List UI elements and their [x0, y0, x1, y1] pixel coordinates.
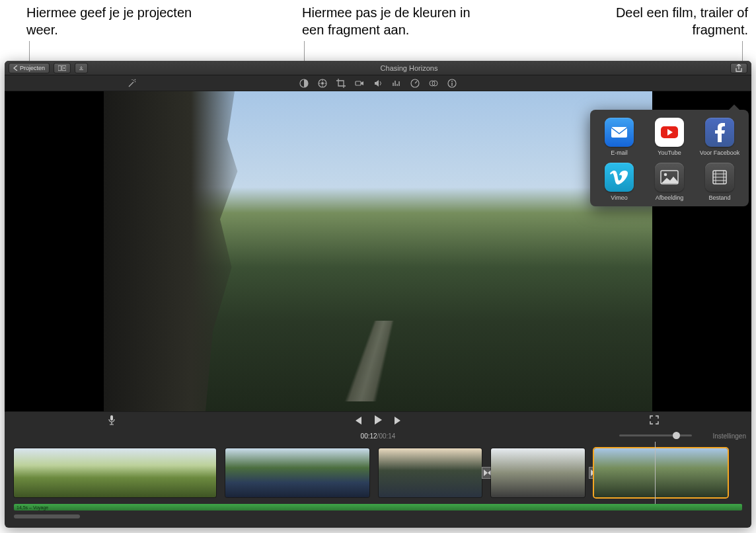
audio-track[interactable]: 14,5s – Voyage	[14, 504, 742, 511]
share-image-label: Afbeelding	[656, 194, 684, 201]
import-download-icon	[79, 65, 83, 71]
timeline-scrollbar[interactable]	[5, 513, 751, 520]
share-youtube[interactable]: YouTube	[644, 116, 695, 157]
share-youtube-label: YouTube	[658, 149, 681, 156]
projects-button-label: Projecten	[20, 65, 45, 71]
share-popover: E-mail YouTube Voor Facebook Vimeo	[590, 110, 749, 206]
playback-controls	[5, 411, 751, 430]
time-total: 00:14	[379, 432, 395, 440]
share-file-label: Bestand	[708, 194, 730, 201]
info-icon	[447, 79, 457, 88]
crop-button[interactable]	[336, 79, 346, 88]
callout-projects: Hiermee geef je je projecten weer.	[26, 4, 198, 38]
facebook-icon	[705, 118, 734, 147]
svg-rect-5	[356, 81, 361, 85]
playhead[interactable]	[655, 442, 656, 504]
play-icon	[374, 415, 382, 425]
share-icon	[735, 64, 743, 72]
annotation-callouts: Hiermee geef je je projecten weer. Hierm…	[0, 0, 756, 61]
svg-rect-11	[611, 127, 627, 138]
timeline-clip[interactable]	[379, 448, 482, 497]
share-email[interactable]: E-mail	[594, 116, 644, 157]
speed-button[interactable]	[410, 79, 420, 88]
share-facebook[interactable]: Voor Facebook	[695, 116, 745, 157]
import-button[interactable]	[75, 63, 88, 73]
color-balance-icon	[299, 79, 309, 88]
share-vimeo-label: Vimeo	[611, 194, 627, 201]
info-button[interactable]	[447, 79, 457, 88]
audio-row: 14,5s – Voyage	[5, 504, 751, 513]
media-library-button[interactable]	[54, 63, 71, 73]
speaker-icon	[373, 79, 383, 88]
settings-button[interactable]: Instellingen	[712, 432, 746, 440]
skip-back-icon	[353, 417, 362, 425]
projects-button[interactable]: Projecten	[9, 63, 50, 73]
color-correction-button[interactable]	[318, 79, 327, 88]
timeline[interactable]	[5, 442, 751, 504]
preview-frame	[104, 91, 652, 411]
svg-point-10	[451, 81, 453, 82]
youtube-icon	[655, 118, 684, 147]
next-button[interactable]	[394, 415, 403, 427]
share-facebook-label: Voor Facebook	[700, 149, 740, 156]
chevron-left-icon	[13, 65, 18, 71]
share-email-label: E-mail	[611, 149, 628, 156]
filters-button[interactable]	[429, 79, 438, 88]
share-button[interactable]	[730, 63, 747, 73]
timecode-row: 00:12 / 00:14 Instellingen	[5, 430, 751, 442]
zoom-slider[interactable]	[619, 432, 692, 438]
overlap-circles-icon	[429, 79, 438, 88]
timeline-clip-selected[interactable]	[594, 448, 728, 497]
noise-reduction-button[interactable]	[392, 79, 401, 88]
svg-rect-0	[58, 65, 61, 71]
enhance-button[interactable]	[128, 79, 137, 88]
svg-point-14	[664, 173, 667, 177]
color-wheel-icon	[318, 79, 327, 88]
callout-color: Hiermee pas je de kleuren in een fragmen…	[302, 4, 487, 38]
audio-track-label: 14,5s – Voyage	[17, 505, 48, 510]
crop-icon	[336, 79, 346, 88]
callout-share: Deel een film, trailer of fragment.	[576, 4, 748, 38]
fullscreen-icon	[650, 415, 659, 425]
timeline-clip[interactable]	[14, 448, 216, 497]
video-camera-icon	[355, 79, 364, 88]
timeline-clip[interactable]	[491, 448, 585, 497]
skip-forward-icon	[394, 417, 403, 425]
svg-rect-16	[110, 415, 113, 421]
prev-button[interactable]	[353, 415, 362, 427]
vimeo-icon	[605, 163, 634, 192]
scrollbar-thumb[interactable]	[14, 514, 80, 518]
voiceover-button[interactable]	[108, 415, 116, 428]
play-button[interactable]	[374, 415, 382, 427]
project-title: Chasing Horizons	[92, 64, 726, 72]
svg-point-4	[321, 82, 324, 85]
share-file[interactable]: Bestand	[695, 161, 745, 202]
volume-button[interactable]	[373, 79, 383, 88]
color-balance-button[interactable]	[299, 79, 309, 88]
microphone-icon	[108, 415, 116, 425]
magic-wand-icon	[128, 79, 137, 88]
email-icon	[605, 118, 634, 147]
fullscreen-button[interactable]	[650, 415, 659, 427]
speedometer-icon	[410, 79, 420, 88]
imovie-window: Projecten Chasing Horizons	[5, 61, 751, 528]
file-icon	[705, 163, 734, 192]
share-vimeo[interactable]: Vimeo	[594, 161, 644, 202]
stabilization-button[interactable]	[355, 79, 364, 88]
time-elapsed: 00:12	[361, 432, 377, 440]
media-library-icon	[58, 65, 66, 71]
timeline-clip[interactable]	[225, 448, 369, 497]
share-image[interactable]: Afbeelding	[644, 161, 695, 202]
titlebar: Projecten Chasing Horizons	[5, 61, 751, 75]
image-icon	[655, 163, 684, 192]
adjustment-toolbar	[5, 75, 751, 91]
preview-viewer: E-mail YouTube Voor Facebook Vimeo	[5, 91, 751, 411]
equalizer-icon	[392, 79, 401, 88]
